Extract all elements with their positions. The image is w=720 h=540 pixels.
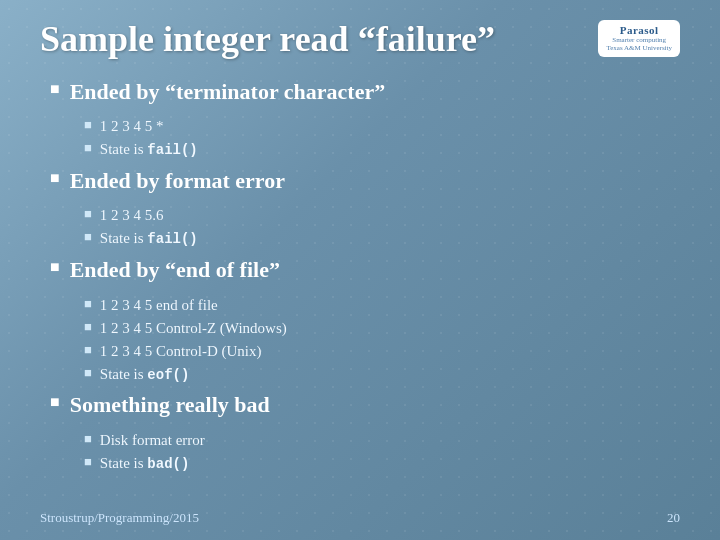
slide-title: Sample integer read “failure” (40, 20, 495, 60)
main-bullet-1: ■ Ended by “terminator character” (50, 78, 680, 107)
sub-bullet-2-2: ■ State is fail() (84, 228, 680, 250)
sub-bullet-icon: ■ (84, 296, 92, 312)
slide-footer: Stroustrup/Programming/2015 20 (0, 510, 720, 526)
sub-bullet-text-4-1: Disk format error (100, 430, 205, 451)
bullet-text-2: Ended by format error (70, 167, 285, 196)
slide-header: Sample integer read “failure” Parasol Sm… (40, 20, 680, 60)
bullet-text-3: Ended by “end of file” (70, 256, 280, 285)
sub-bullets-3: ■ 1 2 3 4 5 end of file ■ 1 2 3 4 5 Cont… (84, 295, 680, 386)
sub-bullet-text-1-2: State is fail() (100, 139, 198, 161)
sub-bullet-3-1: ■ 1 2 3 4 5 end of file (84, 295, 680, 316)
main-bullet-2: ■ Ended by format error (50, 167, 680, 196)
sub-bullet-4-1: ■ Disk format error (84, 430, 680, 451)
footer-page: 20 (667, 510, 680, 526)
bullet-text-1: Ended by “terminator character” (70, 78, 386, 107)
sub-bullet-4-2: ■ State is bad() (84, 453, 680, 475)
logo-subtitle: Smarter computingTexas A&M University (606, 36, 672, 53)
sub-bullet-icon: ■ (84, 117, 92, 133)
sub-bullet-icon: ■ (84, 229, 92, 245)
sub-bullet-1-1: ■ 1 2 3 4 5 * (84, 116, 680, 137)
sub-bullet-icon: ■ (84, 431, 92, 447)
sub-bullets-1: ■ 1 2 3 4 5 * ■ State is fail() (84, 116, 680, 161)
sub-bullets-2: ■ 1 2 3 4 5.6 ■ State is fail() (84, 205, 680, 250)
sub-bullet-text-4-2: State is bad() (100, 453, 190, 475)
bullet-text-4: Something really bad (70, 391, 270, 420)
sub-bullet-text-2-1: 1 2 3 4 5.6 (100, 205, 164, 226)
sub-bullet-icon: ■ (84, 140, 92, 156)
sub-bullet-3-2: ■ 1 2 3 4 5 Control-Z (Windows) (84, 318, 680, 339)
logo-top: Parasol (620, 24, 659, 36)
sub-bullet-text-2-2: State is fail() (100, 228, 198, 250)
bullet-icon-1: ■ (50, 80, 60, 98)
slide: Sample integer read “failure” Parasol Sm… (0, 0, 720, 540)
footer-citation: Stroustrup/Programming/2015 (40, 510, 199, 526)
logo-area: Parasol Smarter computingTexas A&M Unive… (598, 20, 680, 57)
main-bullet-4: ■ Something really bad (50, 391, 680, 420)
main-bullet-3: ■ Ended by “end of file” (50, 256, 680, 285)
sub-bullet-1-2: ■ State is fail() (84, 139, 680, 161)
logo-box: Parasol Smarter computingTexas A&M Unive… (598, 20, 680, 57)
slide-content: ■ Ended by “terminator character” ■ 1 2 … (40, 78, 680, 475)
sub-bullet-3-3: ■ 1 2 3 4 5 Control-D (Unix) (84, 341, 680, 362)
sub-bullets-4: ■ Disk format error ■ State is bad() (84, 430, 680, 475)
sub-bullet-icon: ■ (84, 454, 92, 470)
sub-bullet-text-3-3: 1 2 3 4 5 Control-D (Unix) (100, 341, 262, 362)
bullet-icon-4: ■ (50, 393, 60, 411)
sub-bullet-icon: ■ (84, 342, 92, 358)
bullet-icon-2: ■ (50, 169, 60, 187)
sub-bullet-text-3-2: 1 2 3 4 5 Control-Z (Windows) (100, 318, 287, 339)
sub-bullet-2-1: ■ 1 2 3 4 5.6 (84, 205, 680, 226)
sub-bullet-text-3-4: State is eof() (100, 364, 190, 386)
bullet-icon-3: ■ (50, 258, 60, 276)
sub-bullet-icon: ■ (84, 365, 92, 381)
sub-bullet-icon: ■ (84, 206, 92, 222)
sub-bullet-text-3-1: 1 2 3 4 5 end of file (100, 295, 218, 316)
sub-bullet-text-1-1: 1 2 3 4 5 * (100, 116, 164, 137)
sub-bullet-3-4: ■ State is eof() (84, 364, 680, 386)
sub-bullet-icon: ■ (84, 319, 92, 335)
